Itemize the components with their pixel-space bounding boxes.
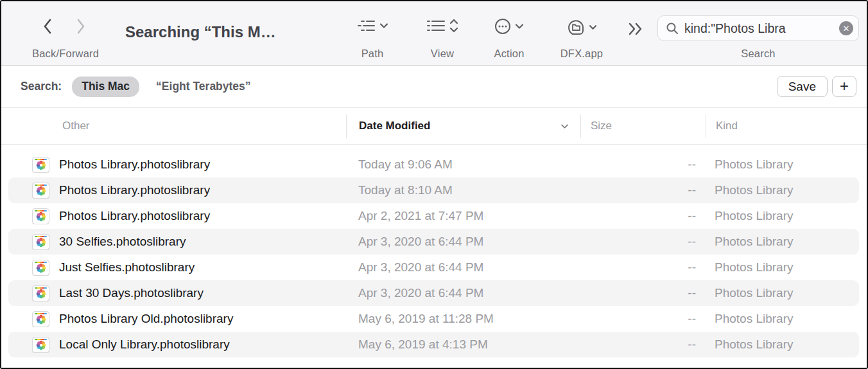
app-folder-icon — [567, 18, 585, 36]
file-date-modified: Today at 8:10 AM — [346, 183, 580, 197]
save-button[interactable]: Save — [777, 76, 828, 97]
table-row[interactable]: Photos Library.photoslibrary Today at 8:… — [1, 177, 867, 203]
toolbar: Back/Forward Searching “This M… Path — [1, 1, 867, 66]
chevron-down-icon — [379, 22, 388, 29]
back-forward-label: Back/Forward — [32, 48, 96, 60]
view-label: View — [415, 48, 469, 60]
dfx-app-button[interactable]: DFX.app — [552, 1, 611, 65]
action-button[interactable]: Action — [482, 1, 536, 65]
photos-library-icon — [32, 234, 49, 250]
search-scope-label: Search: — [21, 80, 62, 93]
sort-chevron-down-icon — [560, 123, 569, 129]
chevron-down-icon — [589, 24, 597, 30]
photos-library-icon — [32, 311, 49, 327]
column-header-other[interactable]: Other — [1, 108, 346, 144]
file-name: Local Only Library.photoslibrary — [59, 338, 230, 352]
file-name: Just Selfies.photoslibrary — [59, 260, 195, 274]
file-kind: Photos Library — [706, 158, 867, 172]
ellipsis-circle-icon — [494, 18, 511, 35]
view-button[interactable]: View — [415, 1, 469, 65]
search-label: Search — [657, 48, 859, 60]
file-size: -- — [580, 260, 706, 274]
search-input-value: kind:"Photos Libra — [684, 21, 839, 36]
path-button[interactable]: Path — [345, 1, 399, 65]
file-kind: Photos Library — [706, 183, 867, 197]
table-row[interactable]: Local Only Library.photoslibrary May 6, … — [1, 332, 867, 357]
file-date-modified: Today at 9:06 AM — [346, 158, 580, 172]
column-header-kind[interactable]: Kind — [706, 108, 867, 144]
file-list: Photos Library.photoslibrary Today at 9:… — [1, 145, 867, 368]
search-icon — [666, 22, 679, 35]
photos-library-icon — [32, 285, 49, 302]
table-row[interactable]: Just Selfies.photoslibrary Apr 3, 2020 a… — [1, 255, 867, 280]
search-input[interactable]: kind:"Photos Libra ✕ — [657, 15, 859, 41]
add-criteria-button[interactable]: + — [832, 76, 856, 97]
file-date-modified: Apr 3, 2020 at 6:44 PM — [346, 286, 580, 300]
table-row[interactable]: Last 30 Days.photoslibrary Apr 3, 2020 a… — [1, 280, 867, 306]
toolbar-overflow-button[interactable] — [623, 19, 648, 39]
file-kind: Photos Library — [706, 260, 867, 274]
file-kind: Photos Library — [706, 286, 867, 300]
scope-this-mac-button[interactable]: This Mac — [72, 76, 139, 97]
back-forward-group: Back/Forward — [32, 1, 96, 65]
toolbar-search-group: kind:"Photos Libra ✕ Search — [657, 1, 859, 65]
table-row[interactable]: Photos Library Old.photoslibrary May 6, … — [1, 306, 867, 332]
clear-search-button[interactable]: ✕ — [839, 21, 853, 35]
scope-query-button[interactable]: “Eight Terabytes” — [156, 80, 251, 93]
file-name: Photos Library.photoslibrary — [59, 209, 210, 223]
file-name: Photos Library.photoslibrary — [59, 183, 210, 197]
file-name: Last 30 Days.photoslibrary — [59, 286, 204, 300]
chevron-down-icon — [515, 23, 524, 30]
photos-library-icon — [32, 157, 49, 173]
list-header: Other Date Modified Size Kind — [1, 108, 867, 145]
window-title: Searching “This M… — [125, 23, 276, 41]
file-kind: Photos Library — [706, 338, 867, 352]
file-name: 30 Selfies.photoslibrary — [59, 235, 186, 249]
list-view-icon — [426, 18, 446, 33]
chevron-left-icon — [42, 18, 53, 35]
chevron-right-icon — [76, 18, 86, 35]
back-button[interactable] — [39, 18, 56, 35]
file-kind: Photos Library — [706, 209, 867, 223]
file-date-modified: Apr 2, 2021 at 7:47 PM — [346, 209, 580, 223]
chevrons-right-icon — [627, 22, 644, 35]
search-criteria-bar: Search: This Mac “Eight Terabytes” Save … — [1, 66, 867, 108]
column-header-size[interactable]: Size — [580, 108, 706, 144]
path-list-icon — [356, 18, 376, 33]
file-size: -- — [580, 209, 706, 223]
chevron-up-down-icon — [449, 18, 458, 33]
file-name: Photos Library Old.photoslibrary — [59, 312, 233, 326]
forward-button[interactable] — [73, 18, 89, 35]
file-size: -- — [580, 235, 706, 249]
file-size: -- — [580, 286, 706, 300]
dfx-app-label: DFX.app — [552, 48, 611, 60]
file-kind: Photos Library — [706, 312, 867, 326]
column-header-date-modified[interactable]: Date Modified — [346, 108, 580, 144]
photos-library-icon — [32, 183, 49, 199]
path-label: Path — [345, 48, 399, 60]
file-size: -- — [580, 158, 706, 172]
table-row[interactable]: Photos Library.photoslibrary Apr 2, 2021… — [1, 203, 867, 229]
finder-window: Back/Forward Searching “This M… Path — [0, 0, 868, 369]
file-date-modified: May 6, 2019 at 11:28 PM — [346, 312, 580, 326]
file-size: -- — [580, 312, 706, 326]
file-kind: Photos Library — [706, 235, 867, 249]
file-date-modified: May 6, 2019 at 4:13 PM — [346, 338, 580, 352]
table-row[interactable]: 30 Selfies.photoslibrary Apr 3, 2020 at … — [1, 229, 867, 255]
photos-library-icon — [32, 337, 49, 353]
action-label: Action — [482, 48, 536, 60]
file-name: Photos Library.photoslibrary — [59, 158, 210, 172]
file-size: -- — [580, 183, 706, 197]
table-row[interactable]: Photos Library.photoslibrary Today at 9:… — [1, 152, 867, 177]
file-size: -- — [580, 338, 706, 352]
file-date-modified: Apr 3, 2020 at 6:44 PM — [346, 235, 580, 249]
file-date-modified: Apr 3, 2020 at 6:44 PM — [346, 260, 580, 274]
photos-library-icon — [32, 208, 49, 224]
photos-library-icon — [32, 260, 49, 276]
